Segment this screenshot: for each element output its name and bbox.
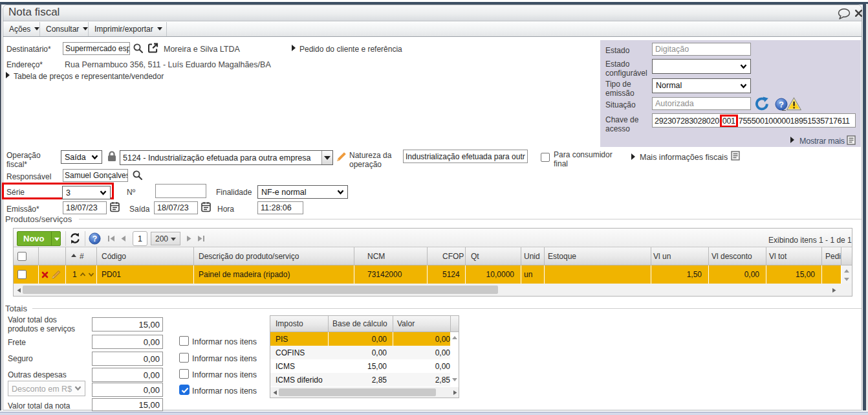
svg-text:?: ? bbox=[779, 100, 784, 109]
svg-text:?: ? bbox=[92, 234, 98, 243]
